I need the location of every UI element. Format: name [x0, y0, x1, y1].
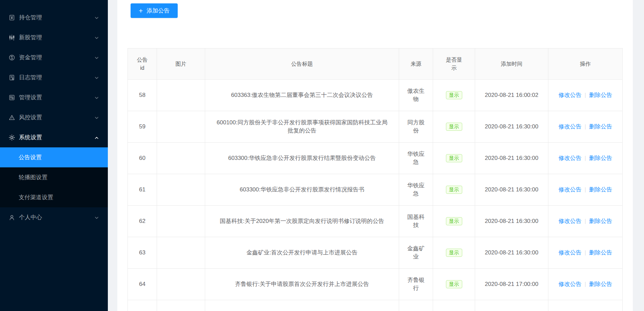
- edit-announcement-link[interactable]: 修改公告: [559, 249, 582, 256]
- cell-add-time: 2020-08-21 16:30:00: [475, 206, 548, 237]
- delete-announcement-link[interactable]: 删除公告: [589, 92, 612, 98]
- edit-announcement-link[interactable]: 修改公告: [559, 218, 582, 224]
- cell-announcement-id: 61: [128, 174, 157, 206]
- cell-title: 金鑫矿业:首次公开发行申请与上市进展公告: [205, 237, 399, 269]
- cell-image: [157, 269, 205, 300]
- chevron-down-icon: [94, 15, 99, 20]
- sidebar-subitem-carousel-settings[interactable]: 轮播图设置: [0, 167, 108, 187]
- column-header-img: 图片: [157, 48, 205, 80]
- chevron-down-icon: [94, 75, 99, 80]
- column-header-act: 操作: [548, 48, 623, 80]
- cell-image: [157, 237, 205, 269]
- chevron-down-icon: [94, 115, 99, 120]
- stock-icon: [9, 35, 15, 41]
- sidebar-item-position-mgmt[interactable]: 持仓管理: [0, 7, 108, 27]
- announcement-table: 公告id图片公告标题来源是否显示添加时间操作 58603363:傲农生物第二届董…: [128, 48, 623, 311]
- submenu-system-settings: 公告设置轮播图设置支付渠道设置: [0, 147, 108, 207]
- cell-source: 齐鲁银行: [399, 269, 433, 300]
- delete-announcement-link[interactable]: 删除公告: [589, 155, 612, 161]
- cell-source: 华铁应急: [399, 174, 433, 206]
- chevron-down-icon: [94, 35, 99, 40]
- edit-announcement-link[interactable]: 修改公告: [559, 92, 582, 98]
- column-header-time: 添加时间: [475, 48, 548, 80]
- table-row: 63金鑫矿业:首次公开发行申请与上市进展公告金鑫矿业显示2020-08-21 1…: [128, 237, 623, 269]
- delete-announcement-link[interactable]: 删除公告: [589, 186, 612, 193]
- cell-announcement-id: 64: [128, 269, 157, 300]
- sidebar-item-label: 系统设置: [19, 133, 94, 141]
- action-separator: |: [585, 92, 586, 98]
- sidebar: 持仓管理新股管理资金管理日志管理管理设置风控设置系统设置公告设置轮播图设置支付渠…: [0, 0, 108, 311]
- cell-image: [157, 143, 205, 174]
- cell-actions: 修改公告|删除公告: [548, 143, 623, 174]
- column-header-title: 公告标题: [205, 48, 399, 80]
- add-announcement-button[interactable]: + 添加公告: [131, 3, 178, 18]
- chevron-down-icon: [94, 215, 99, 220]
- cell-title: 600100:同方股份关于非公开发行股票事项获得国家国防科技工业局批复的公告: [205, 111, 399, 143]
- cell-title: 603300:华铁应急非公开发行股票发行情况报告书: [205, 174, 399, 206]
- cell-actions: 修改公告|删除公告: [548, 80, 623, 111]
- app-window: 持仓管理新股管理资金管理日志管理管理设置风控设置系统设置公告设置轮播图设置支付渠…: [0, 0, 644, 311]
- edit-announcement-link[interactable]: 修改公告: [559, 281, 582, 287]
- visibility-badge: 显示: [446, 91, 462, 99]
- cell-add-time: 2020-08-21 16:00:02: [475, 80, 548, 111]
- cell-visibility: 显示: [433, 80, 475, 111]
- cell-add-time: [475, 300, 548, 311]
- cell-announcement-id: [128, 300, 157, 311]
- cell-visibility: 显示: [433, 143, 475, 174]
- cell-source: 华铁应急: [399, 143, 433, 174]
- action-separator: |: [585, 249, 586, 256]
- cell-visibility: 显示: [433, 237, 475, 269]
- sidebar-item-funds-mgmt[interactable]: 资金管理: [0, 47, 108, 67]
- delete-announcement-link[interactable]: 删除公告: [589, 218, 612, 224]
- cell-add-time: 2020-08-21 16:30:00: [475, 143, 548, 174]
- cell-image: [157, 80, 205, 111]
- delete-announcement-link[interactable]: 删除公告: [589, 249, 612, 256]
- cell-add-time: 2020-08-21 16:30:00: [475, 111, 548, 143]
- cell-source: 金鑫矿业: [399, 237, 433, 269]
- delete-announcement-link[interactable]: 删除公告: [589, 123, 612, 130]
- cell-visibility: 显示: [433, 206, 475, 237]
- cell-image: [157, 111, 205, 143]
- sidebar-item-log-mgmt[interactable]: 日志管理: [0, 67, 108, 87]
- table-row: 62国基科技:关于2020年第一次股票定向发行说明书修订说明的公告国基科技显示2…: [128, 206, 623, 237]
- action-separator: |: [585, 218, 586, 224]
- cell-actions: 修改公告|删除公告: [548, 237, 623, 269]
- user-icon: [9, 214, 15, 221]
- edit-announcement-link[interactable]: 修改公告: [559, 155, 582, 161]
- sidebar-item-admin-settings[interactable]: 管理设置: [0, 87, 108, 107]
- visibility-badge: 显示: [446, 186, 462, 194]
- cell-title: 603300:华铁应急非公开发行股票发行结果暨股份变动公告: [205, 143, 399, 174]
- table-row: 60603300:华铁应急非公开发行股票发行结果暨股份变动公告华铁应急显示202…: [128, 143, 623, 174]
- sidebar-subitem-payment-channel-settings[interactable]: 支付渠道设置: [0, 187, 108, 207]
- cell-title: 603363:傲农生物第二届董事会第三十二次会议决议公告: [205, 80, 399, 111]
- column-header-src: 来源: [399, 48, 433, 80]
- cell-announcement-id: 60: [128, 143, 157, 174]
- cell-announcement-id: 58: [128, 80, 157, 111]
- table-header: 公告id图片公告标题来源是否显示添加时间操作: [128, 48, 623, 80]
- delete-announcement-link[interactable]: 删除公告: [589, 281, 612, 287]
- edit-announcement-link[interactable]: 修改公告: [559, 123, 582, 130]
- table-row-partial: [128, 300, 623, 311]
- cell-source: 同方股份: [399, 111, 433, 143]
- sidebar-item-risk-settings[interactable]: 风控设置: [0, 107, 108, 127]
- cell-add-time: 2020-08-21 17:00:00: [475, 269, 548, 300]
- cell-announcement-id: 59: [128, 111, 157, 143]
- visibility-badge: 显示: [446, 217, 462, 225]
- action-separator: |: [585, 281, 586, 287]
- sidebar-item-personal-center[interactable]: 个人中心: [0, 207, 108, 227]
- chevron-down-icon: [94, 95, 99, 100]
- cell-image: [157, 206, 205, 237]
- sidebar-item-label: 新股管理: [19, 34, 94, 41]
- column-header-id: 公告id: [128, 48, 157, 80]
- cell-visibility: 显示: [433, 111, 475, 143]
- column-header-show: 是否显示: [433, 48, 475, 80]
- sidebar-item-newstock-mgmt[interactable]: 新股管理: [0, 27, 108, 47]
- visibility-badge: 显示: [446, 249, 462, 257]
- cell-announcement-id: 63: [128, 237, 157, 269]
- edit-announcement-link[interactable]: 修改公告: [559, 186, 582, 193]
- chevron-down-icon: [94, 55, 99, 60]
- add-announcement-button-label: 添加公告: [147, 7, 170, 15]
- sidebar-subitem-announcement-settings[interactable]: 公告设置: [0, 147, 108, 167]
- control-icon: [9, 95, 15, 101]
- sidebar-item-system-settings[interactable]: 系统设置: [0, 127, 108, 147]
